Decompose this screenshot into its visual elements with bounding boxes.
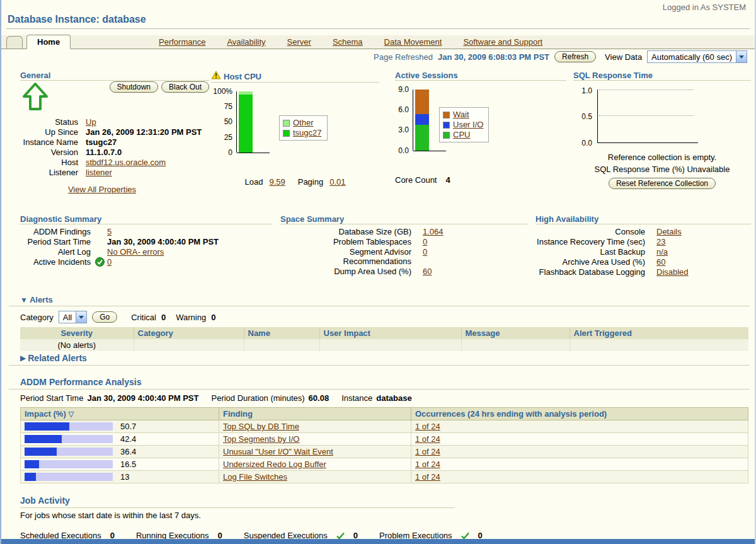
duration-label: Period Duration (minutes) (211, 393, 304, 403)
column-header[interactable]: Occurrences (24 hrs ending with analysis… (411, 408, 748, 420)
host-cpu-plot (236, 91, 269, 153)
gridline (599, 90, 694, 90)
reset-reference-collection-button[interactable]: Reset Reference Collection (609, 178, 716, 189)
occurrences-link[interactable]: 1 of 24 (415, 460, 440, 469)
tab-schema[interactable]: Schema (333, 37, 363, 47)
column-header[interactable]: Impact (%) ▽ (21, 408, 219, 420)
listener-link[interactable]: listener (86, 168, 209, 177)
y-tick: 6.0 (387, 105, 409, 114)
finding-link[interactable]: Top Segments by I/O (223, 434, 299, 444)
legend-other-link[interactable]: Other (293, 118, 314, 128)
tab-performance[interactable]: Performance (159, 37, 205, 47)
sql-response-unavailable-note: SQL Response Time (%) Unavailable (573, 165, 751, 174)
load-value-link[interactable]: 9.59 (269, 177, 285, 187)
tab-data-movement[interactable]: Data Movement (384, 37, 442, 47)
archive-area-used-link[interactable]: 60 (656, 257, 751, 267)
space-summary-fields: Database Size (GB) 1.064 Problem Tablesp… (280, 227, 527, 276)
check-icon (461, 532, 469, 540)
host-cpu-title: Host CPU (224, 72, 261, 81)
host-link[interactable]: stbdf12.us.oracle.com (86, 158, 209, 167)
instance-recovery-time-link[interactable]: 23 (656, 237, 751, 246)
go-button[interactable]: Go (92, 311, 117, 323)
sort-descending-icon[interactable]: ▽ (68, 410, 74, 419)
flashback-logging-link[interactable]: Disabled (656, 267, 751, 277)
addm-findings-link[interactable]: 5 (107, 227, 272, 236)
finding-link[interactable]: Top SQL by DB Time (223, 422, 299, 431)
legend-user-io-link[interactable]: User I/O (453, 120, 483, 130)
impact-bar-fill (25, 460, 39, 468)
problem-tablespaces-link[interactable]: 0 (423, 237, 527, 246)
active-sessions-title: Active Sessions (395, 71, 566, 80)
column-header[interactable]: Category (134, 327, 244, 339)
user-io-segment[interactable] (415, 114, 429, 125)
category-select[interactable]: All (59, 311, 87, 323)
tab-availability[interactable]: Availability (227, 37, 265, 47)
load-label: Load (244, 177, 263, 187)
active-incidents-link[interactable]: 0 (107, 257, 272, 267)
column-header[interactable]: Alert Triggered (570, 327, 748, 339)
cpu-segment[interactable] (415, 125, 429, 151)
field-label: Active Incidents (20, 257, 91, 267)
addm-table: Impact (%) ▽ Finding Occurrences (24 hrs… (20, 407, 748, 483)
column-header[interactable]: Finding (219, 408, 411, 420)
finding-link[interactable]: Log File Switches (223, 472, 287, 482)
column-header[interactable]: Message (461, 327, 570, 339)
view-all-properties-link[interactable]: View All Properties (68, 185, 136, 194)
page-title: Database Instance: database (8, 14, 146, 25)
wait-segment[interactable] (415, 90, 429, 114)
tab-software-and-support[interactable]: Software and Support (463, 37, 542, 47)
general-title: General (20, 71, 209, 80)
refresh-button[interactable]: Refresh (554, 51, 596, 62)
sql-response-time-title: SQL Response Time (573, 71, 751, 80)
status-link[interactable]: Up (86, 117, 209, 127)
legend-cpu-link[interactable]: CPU (453, 130, 470, 140)
status-up-arrow-icon (22, 82, 49, 113)
last-backup-link[interactable]: n/a (656, 247, 751, 257)
shutdown-button[interactable]: Shutdown (110, 81, 158, 93)
instance-value: database (376, 393, 411, 403)
active-sessions-legend: Wait User I/O CPU (439, 107, 489, 142)
alert-log-link[interactable]: No ORA- errors (107, 247, 272, 257)
alerts-title: Alerts (30, 295, 53, 304)
paging-value-link[interactable]: 0.01 (329, 177, 345, 187)
dump-area-used-link[interactable]: 60 (423, 267, 527, 276)
host-cpu-tsugc27-segment[interactable] (239, 95, 253, 153)
console-details-link[interactable]: Details (656, 227, 751, 236)
alerts-table-header: Severity Category Name User Impact Messa… (20, 327, 748, 339)
occurrences-link[interactable]: 1 of 24 (415, 472, 440, 482)
column-header[interactable]: User Impact (319, 327, 461, 339)
svg-text:!: ! (215, 72, 217, 79)
active-sessions-bar (415, 90, 429, 151)
column-header[interactable]: Name (244, 327, 319, 339)
occurrences-link[interactable]: 1 of 24 (415, 434, 440, 444)
column-header[interactable]: Severity (20, 327, 134, 339)
dropdown-arrow-icon[interactable] (736, 51, 747, 62)
segment-advisor-link[interactable]: 0 (423, 247, 527, 266)
core-count-value: 4 (445, 175, 450, 185)
space-summary-section: Space Summary Database Size (GB) 1.064 P… (280, 214, 527, 276)
collapse-icon[interactable]: ▼ (20, 296, 28, 304)
database-size-link[interactable]: 1.064 (423, 227, 527, 236)
occurrences-link[interactable]: 1 of 24 (415, 447, 440, 456)
finding-link[interactable]: Undersized Redo Log Buffer (223, 460, 326, 469)
legend-swatch-wait (443, 112, 450, 119)
tab-server[interactable]: Server (287, 37, 311, 47)
view-data-select[interactable]: Automatically (60 sec) (647, 50, 747, 63)
blackout-button[interactable]: Black Out (161, 81, 209, 93)
y-tick: 50 (211, 117, 232, 126)
impact-value: 36.4 (120, 447, 136, 456)
tab-home[interactable]: Home (26, 35, 71, 49)
occurrences-link[interactable]: 1 of 24 (415, 422, 440, 431)
impact-value: 50.7 (120, 422, 136, 431)
finding-link[interactable]: Unusual "User I/O" Wait Event (223, 447, 333, 456)
expand-icon[interactable]: ▶ (20, 354, 26, 362)
diagnostic-summary-title: Diagnostic Summary (20, 214, 272, 224)
legend-wait-link[interactable]: Wait (453, 110, 469, 120)
legend-swatch-user-io (443, 122, 450, 129)
legend-tsugc27-link[interactable]: tsugc27 (293, 128, 322, 138)
dropdown-arrow-icon[interactable] (76, 311, 86, 323)
tab-links: Performance Availability Server Schema D… (159, 37, 542, 47)
y-tick: 0.0 (571, 139, 592, 148)
table-row: 16.5 Undersized Redo Log Buffer 1 of 24 (21, 458, 748, 471)
alerts-table: Severity Category Name User Impact Messa… (20, 327, 748, 351)
